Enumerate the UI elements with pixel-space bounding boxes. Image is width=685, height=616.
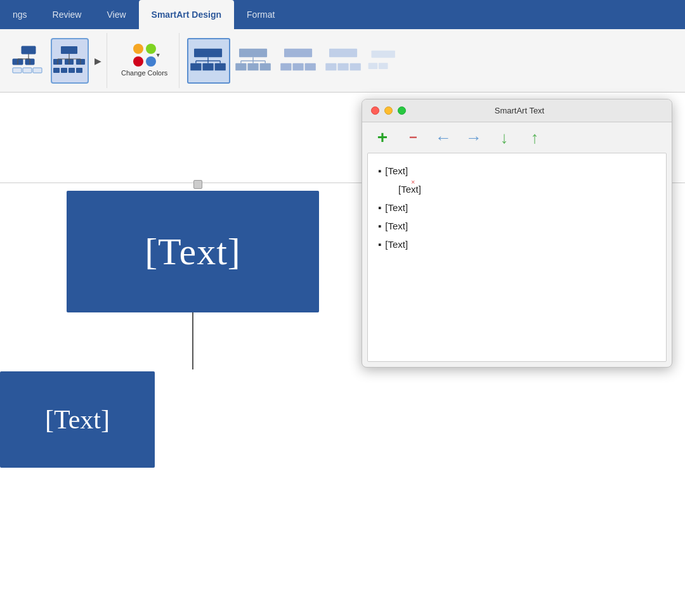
svg-rect-32	[236, 63, 247, 70]
connector-vertical	[192, 312, 193, 369]
dot-green	[146, 44, 156, 54]
text-item-3: ▪ [Text]	[378, 217, 656, 234]
panel-toolbar: + − ← → ↓ ↑	[362, 122, 672, 153]
text-item-4-text: [Text]	[385, 236, 408, 253]
tab-review[interactable]: Review	[40, 0, 95, 29]
svg-rect-31	[239, 48, 267, 56]
text-item-2: ▪ [Text]	[378, 199, 656, 216]
svg-rect-16	[68, 68, 75, 73]
svg-rect-14	[53, 68, 60, 73]
dot-orange	[133, 44, 143, 54]
svg-rect-40	[281, 63, 292, 70]
main-content: [Text] [Text] SmartArt Text + − ← → ↓ ↑	[0, 93, 685, 616]
color-dots-icon: ▼	[133, 44, 156, 67]
svg-rect-5	[33, 68, 42, 73]
style-thumb-4[interactable]	[322, 38, 365, 84]
svg-rect-34	[260, 63, 271, 70]
dropdown-arrow-icon: ▼	[155, 52, 161, 58]
panel-title: SmartArt Text	[376, 106, 663, 115]
ribbon: ngs Review View SmartArt Design Format	[0, 0, 685, 93]
text-item-1a: [Text]	[378, 181, 656, 198]
change-colors-button[interactable]: ▼ Change Colors	[115, 40, 174, 81]
change-colors-label: Change Colors	[121, 69, 167, 77]
move-up-button[interactable]: ↑	[525, 127, 545, 148]
ribbon-content: ▶ ▼ Change Colors	[0, 29, 685, 93]
tab-format[interactable]: Format	[234, 0, 287, 29]
svg-rect-43	[329, 48, 357, 56]
tab-ngs[interactable]: ngs	[0, 0, 40, 29]
ribbon-tab-bar: ngs Review View SmartArt Design Format	[0, 0, 685, 29]
svg-rect-23	[194, 48, 222, 56]
small-text-box[interactable]: [Text]	[0, 371, 155, 468]
smartart-styles-group	[182, 33, 680, 88]
layouts-group: ▶	[5, 33, 107, 88]
text-item-4: ▪ [Text]	[378, 236, 656, 253]
svg-rect-49	[379, 63, 388, 69]
svg-rect-25	[203, 63, 214, 70]
style-thumb-3[interactable]	[277, 38, 320, 84]
layout-thumb-1[interactable]	[10, 38, 48, 84]
dot-red	[133, 56, 143, 67]
svg-rect-15	[61, 68, 67, 73]
text-item-2-text: [Text]	[385, 199, 408, 216]
svg-rect-3	[13, 68, 22, 73]
svg-rect-24	[191, 63, 202, 70]
style-thumb-2[interactable]	[232, 38, 275, 84]
svg-rect-42	[305, 63, 316, 70]
tab-view[interactable]: View	[94, 0, 138, 29]
layouts-expand-arrow[interactable]: ▶	[91, 42, 104, 80]
bullet-4: ▪	[378, 236, 381, 253]
bullet-1: ▪	[378, 162, 381, 179]
svg-rect-26	[215, 63, 226, 70]
svg-rect-39	[284, 48, 312, 56]
add-button[interactable]: +	[372, 127, 393, 148]
svg-rect-45	[338, 63, 349, 70]
tab-smartart-design[interactable]: SmartArt Design	[139, 0, 234, 29]
move-down-button[interactable]: ↓	[494, 127, 514, 148]
text-item-1-text: [Text]	[385, 162, 408, 179]
svg-rect-48	[369, 63, 378, 69]
style-thumb-5[interactable]	[367, 38, 400, 84]
svg-rect-47	[372, 50, 395, 57]
svg-rect-44	[326, 63, 337, 70]
text-item-1a-text: [Text]	[398, 181, 421, 198]
svg-rect-17	[76, 68, 82, 73]
smartart-text-panel: SmartArt Text + − ← → ↓ ↑ ▪ [Text] × [Te…	[362, 99, 672, 368]
indent-right-button[interactable]: →	[464, 127, 484, 148]
bullet-2: ▪	[378, 199, 381, 216]
change-colors-group: ▼ Change Colors	[110, 33, 179, 88]
svg-rect-4	[23, 68, 32, 73]
indent-left-button[interactable]: ←	[433, 127, 453, 148]
red-x-marker: ×	[411, 176, 415, 189]
panel-titlebar: SmartArt Text	[362, 99, 672, 122]
svg-rect-41	[293, 63, 304, 70]
resize-handle[interactable]	[193, 180, 202, 189]
text-item-3-text: [Text]	[385, 217, 408, 234]
svg-rect-10	[61, 46, 77, 54]
panel-text-area[interactable]: ▪ [Text] × [Text] ▪ [Text] ▪ [Text] ▪	[367, 153, 667, 362]
large-text-box[interactable]: [Text]	[67, 191, 319, 312]
layout-thumb-2[interactable]	[51, 38, 89, 84]
svg-rect-0	[22, 46, 36, 54]
bullet-3: ▪	[378, 217, 381, 234]
style-thumb-1[interactable]	[187, 38, 230, 84]
remove-button[interactable]: −	[403, 127, 423, 148]
dot-blue	[146, 56, 156, 67]
svg-rect-46	[350, 63, 361, 70]
text-item-1-container: ▪ [Text] ×	[378, 162, 656, 179]
svg-rect-33	[248, 63, 259, 70]
text-item-1: ▪ [Text]	[378, 162, 656, 179]
